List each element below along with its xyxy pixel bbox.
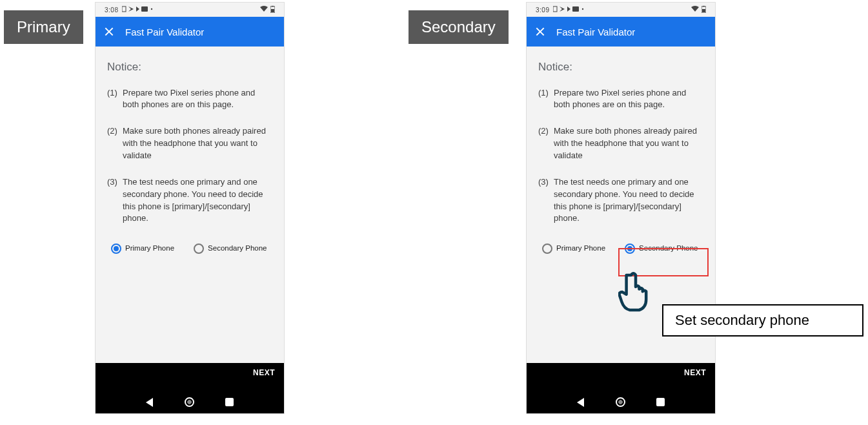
svg-rect-1 (141, 6, 148, 12)
svg-rect-11 (702, 9, 705, 12)
step-2-num: (2) (107, 125, 123, 162)
nav-back-icon[interactable] (146, 398, 153, 407)
wifi-icon (260, 6, 268, 14)
nav-back-icon[interactable] (577, 398, 584, 407)
svg-rect-0 (122, 6, 126, 12)
svg-rect-6 (553, 6, 557, 12)
radio-secondary-phone[interactable]: Secondary Phone (625, 243, 698, 254)
status-bar: 3:08 (96, 3, 284, 17)
svg-rect-4 (272, 6, 274, 6)
clock-text: 3:09 (536, 6, 549, 14)
content-area: Notice: (1) Prepare two Pixel series pho… (96, 47, 284, 363)
nav-recent-icon[interactable] (656, 398, 665, 406)
tag-primary: Primary (4, 10, 83, 44)
next-button[interactable]: NEXT (684, 368, 706, 377)
svg-rect-7 (572, 6, 579, 12)
step-3-text: The test needs one primary and one secon… (554, 176, 703, 225)
step-3: (3) The test needs one primary and one s… (107, 176, 272, 225)
radio-group: Primary Phone Secondary Phone (107, 243, 272, 254)
radio-secondary-label: Secondary Phone (639, 243, 698, 254)
tag-secondary: Secondary (409, 10, 509, 44)
battery-icon (270, 6, 275, 14)
radio-selected-icon (625, 244, 635, 254)
radio-primary-phone[interactable]: Primary Phone (111, 243, 174, 254)
radio-unselected-icon (194, 244, 204, 254)
nav-home-icon[interactable] (185, 397, 194, 407)
step-2-num: (2) (538, 125, 554, 162)
nav-bar (96, 397, 284, 407)
close-icon[interactable] (105, 27, 114, 36)
radio-primary-label: Primary Phone (556, 243, 605, 254)
step-3-text: The test needs one primary and one secon… (123, 176, 272, 225)
radio-primary-phone[interactable]: Primary Phone (542, 243, 605, 254)
nav-recent-icon[interactable] (225, 398, 234, 406)
status-misc-icons (122, 6, 167, 14)
status-misc-icons (553, 6, 598, 14)
radio-primary-label: Primary Phone (125, 243, 174, 254)
step-1: (1) Prepare two Pixel series phone and b… (538, 87, 703, 112)
svg-point-8 (582, 8, 583, 10)
close-icon[interactable] (536, 27, 545, 36)
radio-secondary-label: Secondary Phone (208, 243, 267, 254)
svg-point-2 (151, 8, 152, 10)
svg-rect-5 (271, 9, 274, 12)
step-3-num: (3) (538, 176, 554, 225)
nav-home-icon[interactable] (616, 397, 625, 407)
wifi-icon (691, 6, 699, 14)
status-bar: 3:09 (527, 3, 715, 17)
clock-text: 3:08 (105, 6, 118, 14)
step-1-num: (1) (538, 87, 554, 112)
pointer-hand-icon (618, 271, 653, 314)
nav-bar (527, 397, 715, 407)
phone-secondary: 3:09 Fast Pair Validator No (527, 3, 715, 413)
callout-set-secondary: Set secondary phone (662, 304, 863, 337)
step-2: (2) Make sure both phones already paired… (107, 125, 272, 162)
battery-icon (701, 6, 706, 14)
step-2-text: Make sure both phones already paired wit… (123, 125, 272, 162)
bottom-bar: NEXT (527, 363, 715, 413)
radio-group: Primary Phone Secondary Phone (538, 243, 703, 254)
step-1-num: (1) (107, 87, 123, 112)
app-bar: Fast Pair Validator (96, 17, 284, 47)
phone-primary: 3:08 Fast Pair Validator No (96, 3, 284, 413)
app-bar: Fast Pair Validator (527, 17, 715, 47)
step-2-text: Make sure both phones already paired wit… (554, 125, 703, 162)
app-title: Fast Pair Validator (125, 26, 204, 37)
step-3-num: (3) (107, 176, 123, 225)
notice-title: Notice: (107, 59, 272, 76)
radio-unselected-icon (542, 244, 552, 254)
step-2: (2) Make sure both phones already paired… (538, 125, 703, 162)
svg-rect-10 (703, 6, 705, 6)
bottom-bar: NEXT (96, 363, 284, 413)
radio-secondary-phone[interactable]: Secondary Phone (194, 243, 267, 254)
step-1-text: Prepare two Pixel series phone and both … (554, 87, 703, 112)
step-1-text: Prepare two Pixel series phone and both … (123, 87, 272, 112)
radio-selected-icon (111, 244, 121, 254)
step-1: (1) Prepare two Pixel series phone and b… (107, 87, 272, 112)
notice-title: Notice: (538, 59, 703, 76)
step-3: (3) The test needs one primary and one s… (538, 176, 703, 225)
app-title: Fast Pair Validator (556, 26, 635, 37)
next-button[interactable]: NEXT (253, 368, 275, 377)
